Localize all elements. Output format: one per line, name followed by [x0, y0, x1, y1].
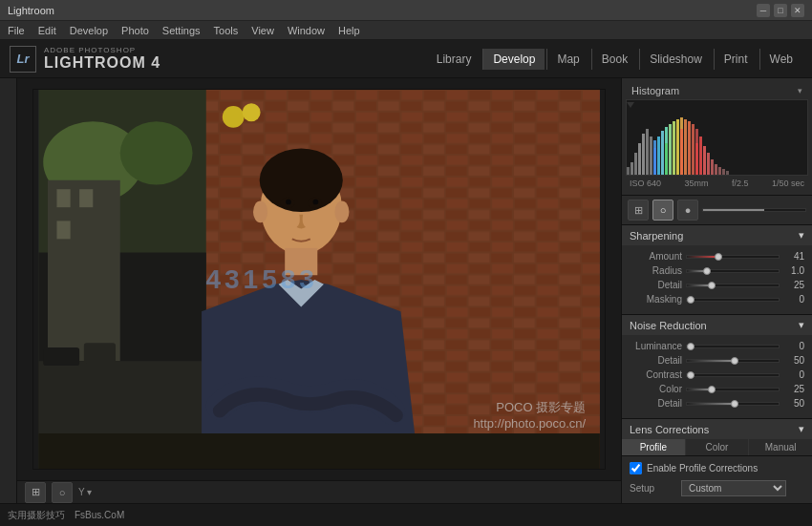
svg-rect-52	[707, 153, 710, 176]
amount-row: Amount 41	[630, 251, 804, 262]
masking-value: 0	[783, 294, 804, 305]
photo-view: 431583 POCO 摄影专题 http://photo.poco.cn/	[17, 78, 621, 480]
svg-rect-37	[650, 137, 652, 176]
center-area: 431583 POCO 摄影专题 http://photo.poco.cn/ ⊞…	[17, 78, 621, 503]
svg-rect-18	[84, 343, 116, 363]
tab-develop[interactable]: Develop	[482, 49, 545, 70]
luminance-track[interactable]	[686, 345, 780, 348]
svg-rect-54	[715, 164, 717, 176]
lens-value: 35mm	[685, 179, 709, 188]
crop-tool-icon[interactable]: ⊞	[628, 200, 649, 221]
menu-edit[interactable]: Edit	[38, 25, 56, 36]
sharpening-section: Sharpening ▾ Amount 41 Radius	[622, 225, 812, 315]
menu-file[interactable]: File	[8, 25, 25, 36]
grid-view-icon[interactable]: ⊞	[25, 482, 46, 503]
lum-detail-track[interactable]	[686, 359, 780, 363]
sharpening-header[interactable]: Sharpening ▾	[622, 225, 812, 245]
menu-tools[interactable]: Tools	[214, 25, 239, 36]
svg-point-28	[223, 106, 245, 128]
sharpening-arrow: ▾	[799, 229, 804, 242]
svg-rect-58	[653, 148, 656, 176]
amount-track[interactable]	[686, 255, 780, 259]
svg-point-11	[120, 121, 193, 184]
radius-track[interactable]	[686, 269, 780, 273]
maximize-button[interactable]: □	[774, 4, 787, 17]
color-detail-row: Detail 50	[630, 398, 804, 409]
noise-reduction-header[interactable]: Noise Reduction ▾	[622, 315, 812, 335]
lens-tab-profile[interactable]: Profile	[622, 439, 686, 455]
svg-rect-15	[56, 221, 70, 239]
histogram-header[interactable]: Histogram ▾	[626, 82, 808, 99]
detail-track[interactable]	[686, 284, 780, 287]
color-value: 25	[783, 384, 804, 394]
bottom-toolbar: ⊞ ○ Y ▾	[17, 480, 621, 503]
zoom-icon[interactable]: ○	[52, 482, 73, 503]
close-button[interactable]: ✕	[791, 4, 804, 17]
lum-detail-value: 50	[783, 355, 804, 366]
setup-select[interactable]: Custom	[681, 480, 786, 496]
svg-rect-57	[726, 171, 729, 176]
contrast-track[interactable]	[686, 373, 780, 377]
svg-rect-13	[56, 189, 70, 207]
sharpening-content: Amount 41 Radius 1.0	[622, 245, 812, 314]
redeye-tool-icon[interactable]: ●	[677, 200, 698, 221]
color-detail-label: Detail	[630, 398, 682, 409]
svg-rect-47	[688, 121, 691, 176]
contrast-label: Contrast	[630, 369, 682, 380]
menu-photo[interactable]: Photo	[121, 25, 149, 36]
tab-web[interactable]: Web	[759, 49, 802, 70]
menu-view[interactable]: View	[251, 25, 274, 36]
svg-marker-63	[627, 102, 634, 108]
contrast-row: Contrast 0	[630, 369, 804, 380]
color-detail-track[interactable]	[686, 402, 780, 406]
histogram-svg	[627, 100, 807, 176]
svg-rect-44	[676, 119, 679, 176]
menu-help[interactable]: Help	[338, 25, 360, 36]
svg-rect-42	[669, 124, 672, 176]
app-header: Lr ADOBE PHOTOSHOP LIGHTROOM 4 Library D…	[0, 40, 812, 78]
status-bar: 实用摄影技巧 FsBus.CoM	[0, 503, 812, 526]
menu-window[interactable]: Window	[288, 25, 325, 36]
detail-label: Detail	[630, 280, 682, 290]
iso-value: ISO 640	[630, 179, 661, 188]
lr-badge: Lr	[10, 46, 36, 73]
tab-print[interactable]: Print	[714, 49, 758, 70]
enable-corrections-label[interactable]: Enable Profile Corrections	[647, 463, 758, 473]
radius-value: 1.0	[783, 265, 804, 276]
masking-track[interactable]	[686, 298, 780, 302]
svg-rect-61	[695, 143, 698, 176]
svg-point-27	[334, 200, 349, 222]
enable-corrections-row: Enable Profile Corrections	[630, 462, 804, 474]
noise-reduction-section: Noise Reduction ▾ Luminance 0 Detail	[622, 315, 812, 419]
setup-row: Setup Custom	[630, 480, 804, 496]
minimize-button[interactable]: ─	[757, 4, 770, 17]
svg-rect-30	[38, 433, 599, 470]
svg-point-29	[242, 103, 260, 121]
aperture-value: f/2.5	[732, 179, 749, 188]
svg-rect-39	[657, 137, 660, 176]
luminance-value: 0	[783, 341, 804, 351]
tab-map[interactable]: Map	[546, 49, 588, 70]
lens-tab-color[interactable]: Color	[686, 439, 750, 455]
color-label: Color	[630, 384, 682, 394]
svg-point-25	[312, 199, 318, 204]
adobe-label: ADOBE PHOTOSHOP	[44, 46, 160, 54]
spot-tool-icon[interactable]: ○	[652, 200, 673, 221]
color-track[interactable]	[686, 388, 780, 391]
tab-slideshow[interactable]: Slideshow	[639, 49, 712, 70]
enable-corrections-checkbox[interactable]	[630, 462, 642, 474]
menu-develop[interactable]: Develop	[70, 25, 108, 36]
tool-row: ⊞ ○ ●	[622, 196, 812, 225]
svg-rect-43	[673, 121, 675, 176]
tab-library[interactable]: Library	[427, 49, 481, 70]
tab-book[interactable]: Book	[591, 49, 637, 70]
svg-rect-17	[43, 347, 79, 366]
lens-corrections-header[interactable]: Lens Corrections ▾	[622, 419, 812, 439]
menu-settings[interactable]: Settings	[162, 25, 201, 36]
logo-area: Lr ADOBE PHOTOSHOP LIGHTROOM 4	[10, 46, 182, 73]
svg-rect-46	[684, 119, 687, 176]
tool-slider-track[interactable]	[702, 208, 806, 212]
lens-corrections-section: Lens Corrections ▾ Profile Color Manual …	[622, 419, 812, 503]
noise-reduction-title: Noise Reduction	[630, 320, 707, 331]
lens-tab-manual[interactable]: Manual	[749, 439, 812, 455]
